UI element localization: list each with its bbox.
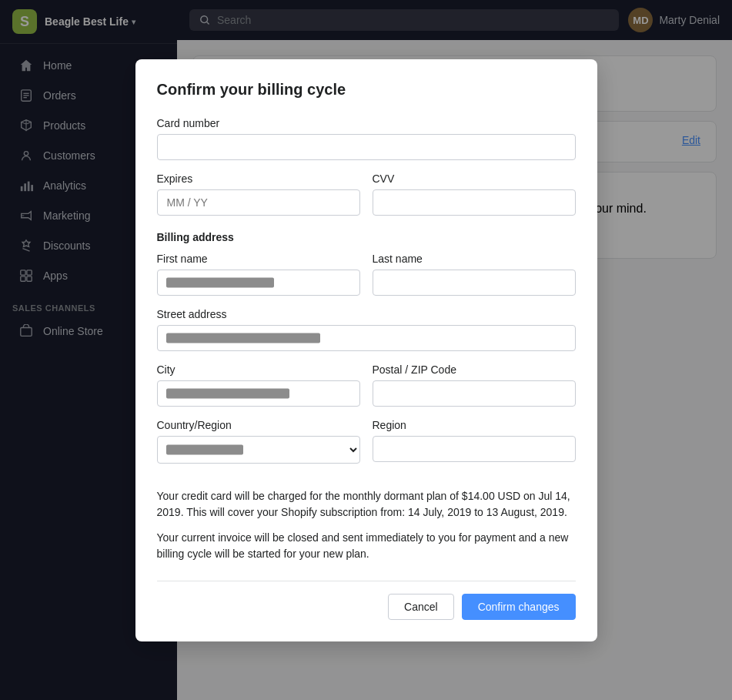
- info-text-2: Your current invoice will be closed and …: [157, 530, 576, 562]
- country-input-wrapper: [157, 436, 360, 464]
- expires-input[interactable]: [157, 189, 360, 216]
- first-name-input-wrapper: [157, 270, 360, 296]
- billing-modal: Confirm your billing cycle Card number E…: [135, 59, 597, 641]
- info-text-1: Your credit card will be charged for the…: [157, 488, 576, 521]
- modal-footer: Cancel Confirm changes: [157, 581, 576, 620]
- card-number-input[interactable]: [157, 134, 576, 160]
- first-name-input[interactable]: [157, 270, 360, 296]
- street-address-input[interactable]: [157, 325, 576, 351]
- street-address-label: Street address: [157, 308, 576, 320]
- postal-input[interactable]: [373, 380, 576, 407]
- name-row: First name Last name: [157, 253, 576, 308]
- confirm-changes-button[interactable]: Confirm changes: [462, 594, 576, 620]
- region-input[interactable]: [373, 436, 576, 462]
- postal-label: Postal / ZIP Code: [373, 363, 576, 376]
- billing-address-heading: Billing address: [157, 231, 576, 243]
- city-group: City: [157, 363, 360, 407]
- card-number-label: Card number: [157, 117, 576, 129]
- city-postal-row: City Postal / ZIP Code: [157, 363, 576, 419]
- first-name-label: First name: [157, 253, 360, 265]
- city-input[interactable]: [157, 380, 360, 407]
- cvv-group: CVV: [373, 172, 576, 216]
- card-number-group: Card number: [157, 117, 576, 160]
- last-name-label: Last name: [373, 253, 576, 265]
- cancel-button[interactable]: Cancel: [388, 594, 454, 620]
- region-label: Region: [373, 419, 576, 431]
- expires-cvv-row: Expires CVV: [157, 172, 576, 228]
- cvv-input[interactable]: [373, 189, 576, 216]
- country-select[interactable]: [157, 436, 360, 464]
- cvv-label: CVV: [373, 172, 576, 185]
- info-section: Your credit card will be charged for the…: [157, 488, 576, 562]
- city-label: City: [157, 363, 360, 376]
- postal-group: Postal / ZIP Code: [373, 363, 576, 407]
- street-address-group: Street address: [157, 308, 576, 351]
- last-name-group: Last name: [373, 253, 576, 296]
- region-group: Region: [373, 419, 576, 464]
- modal-title: Confirm your billing cycle: [157, 81, 576, 99]
- expires-label: Expires: [157, 172, 360, 185]
- country-label: Country/Region: [157, 419, 360, 431]
- last-name-input[interactable]: [373, 270, 576, 296]
- city-input-wrapper: [157, 380, 360, 407]
- first-name-group: First name: [157, 253, 360, 296]
- street-address-input-wrapper: [157, 325, 576, 351]
- country-group: Country/Region: [157, 419, 360, 464]
- expires-group: Expires: [157, 172, 360, 216]
- modal-overlay: Confirm your billing cycle Card number E…: [0, 0, 732, 700]
- country-region-row: Country/Region Region: [157, 419, 576, 476]
